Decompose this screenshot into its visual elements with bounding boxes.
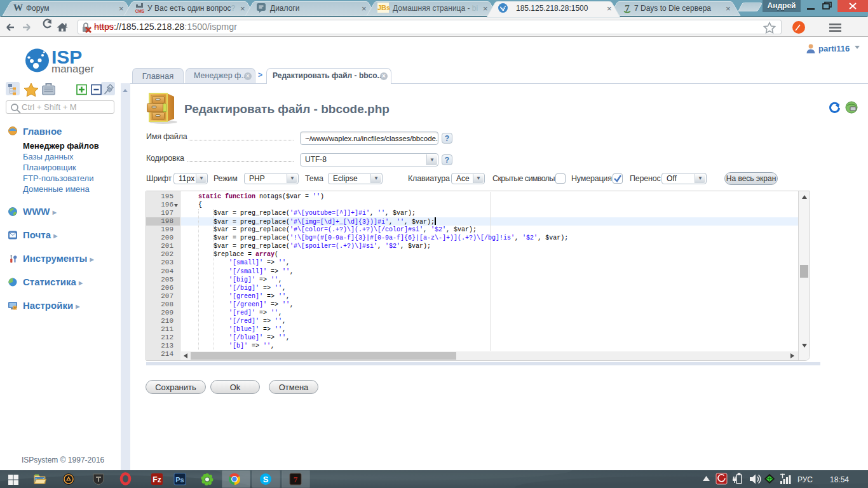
svg-text:CMS: CMS [135, 9, 145, 13]
svg-text:18:54: 18:54 [830, 475, 849, 484]
svg-text:S: S [263, 475, 269, 484]
svg-text:Fz: Fz [153, 475, 161, 484]
svg-text:manager: manager [51, 63, 94, 75]
svg-text:РУС: РУС [797, 475, 813, 484]
svg-text:Ps: Ps [175, 476, 184, 484]
svg-text:7: 7 [294, 475, 298, 484]
